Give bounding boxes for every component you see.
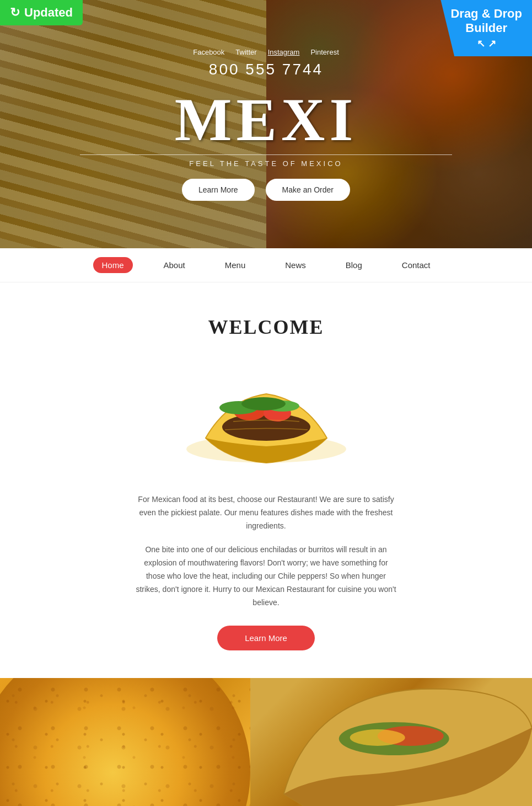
pinterest-link[interactable]: Pinterest xyxy=(310,48,338,56)
hero-title: MEXI xyxy=(0,89,532,150)
instagram-link[interactable]: Instagram xyxy=(268,48,300,56)
main-nav: Home About Menu News Blog Contact xyxy=(0,248,532,282)
welcome-section: WELCOME xyxy=(0,282,532,678)
updated-label: Updated xyxy=(24,6,73,20)
refresh-icon: ↻ xyxy=(10,6,20,20)
updated-badge: ↻ Updated xyxy=(0,0,83,25)
dnd-label: Drag & DropBuilder xyxy=(450,7,522,35)
hero-content: Facebook Twitter Instagram Pinterest 800… xyxy=(0,48,532,201)
food-gallery xyxy=(0,678,532,806)
learn-more-button[interactable]: Learn More xyxy=(182,179,255,201)
taco-fold-svg xyxy=(256,684,532,806)
svg-point-6 xyxy=(241,397,286,410)
taco-svg xyxy=(184,355,349,477)
hero-phone: 800 555 7744 xyxy=(0,61,532,78)
hero-divider xyxy=(80,154,453,155)
nav-contact[interactable]: Contact xyxy=(393,257,439,273)
nav-blog[interactable]: Blog xyxy=(337,257,371,273)
nav-about[interactable]: About xyxy=(155,257,194,273)
taco-fold-container xyxy=(256,684,532,806)
welcome-title: WELCOME xyxy=(11,316,521,339)
resize-icon: ↖ ↗ xyxy=(450,38,522,50)
nav-menu[interactable]: Menu xyxy=(216,257,255,273)
svg-point-9 xyxy=(350,729,405,746)
twitter-link[interactable]: Twitter xyxy=(235,48,256,56)
nav-home[interactable]: Home xyxy=(93,257,133,273)
hero-buttons: Learn More Make an Order xyxy=(0,179,532,201)
facebook-link[interactable]: Facebook xyxy=(193,48,224,56)
welcome-text-2: One bite into one of our delicious enchi… xyxy=(134,543,399,609)
hero-subtitle: FEEL THE TASTE OF MEXICO xyxy=(0,159,532,168)
social-links: Facebook Twitter Instagram Pinterest xyxy=(0,48,532,56)
taco-image xyxy=(184,355,349,477)
make-order-button[interactable]: Make an Order xyxy=(266,179,350,201)
welcome-learn-more-button[interactable]: Learn More xyxy=(217,626,315,650)
welcome-text-1: For Mexican food at its best, choose our… xyxy=(134,493,399,532)
food-gallery-bowls xyxy=(250,678,532,806)
food-gallery-tortilla xyxy=(0,678,250,806)
hero-section: ↻ Updated Drag & DropBuilder ↖ ↗ Faceboo… xyxy=(0,0,532,248)
nav-news[interactable]: News xyxy=(276,257,315,273)
dnd-badge: Drag & DropBuilder ↖ ↗ xyxy=(440,0,532,56)
